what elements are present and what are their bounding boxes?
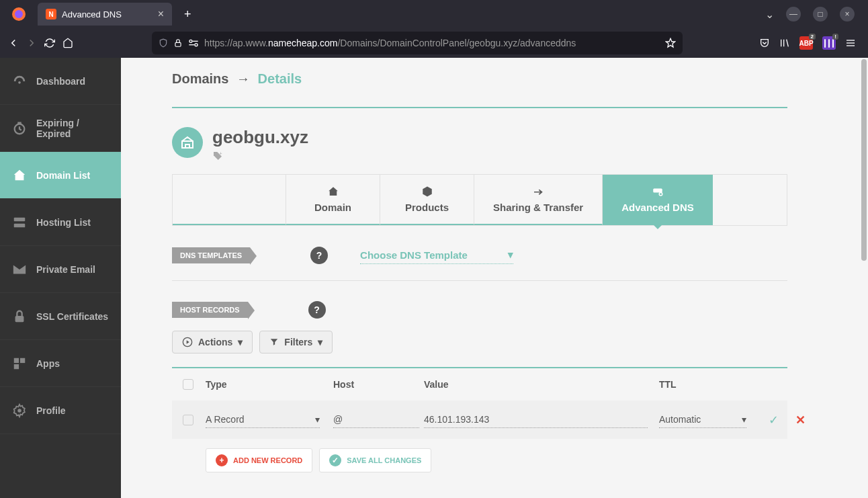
add-tag-icon[interactable]: + [212,151,308,163]
toolbar: Actions ▾ Filters ▾ [172,331,787,354]
content: Domains → Details geobgu.xyz + [121,58,868,498]
svg-text:+: + [220,151,222,156]
sidebar-item-apps[interactable]: Apps [0,340,121,387]
svg-point-13 [18,81,21,84]
tab-products[interactable]: Products [380,175,474,225]
star-icon[interactable] [665,38,676,48]
new-tab-button[interactable]: + [177,7,198,22]
row-checkbox[interactable] [183,415,193,425]
ttl-select[interactable]: Automatic ▾ [659,411,746,428]
tab-spacer [173,175,286,225]
server-cog-icon [651,185,664,198]
menu-icon[interactable] [845,38,856,48]
filters-button[interactable]: Filters ▾ [259,331,333,354]
caret-down-icon: ▾ [318,337,322,347]
sidebar-item-label: Private Email [36,264,95,275]
svg-point-21 [17,409,21,413]
minimize-button[interactable]: — [786,7,801,22]
delete-icon[interactable]: ✕ [787,413,814,427]
browser-tab[interactable]: N Advanced DNS × [38,3,172,26]
tab-advanced-dns[interactable]: Advanced DNS [602,175,713,225]
sidebar: Dashboard Expiring / Expired Domain List… [0,58,121,498]
divider [172,107,787,108]
record-type-select[interactable]: A Record ▾ [206,411,320,428]
close-window-button[interactable]: × [840,7,855,22]
box-icon [421,185,434,198]
sidebar-item-dashboard[interactable]: Dashboard [0,58,121,105]
tab-domain[interactable]: Domain [286,175,380,225]
sidebar-item-label: Dashboard [36,76,85,87]
filter-icon [269,337,279,347]
tab-label: Domain [314,202,351,213]
adblock-icon[interactable]: ABP2 [799,36,813,50]
apps-icon [12,356,27,371]
url-bar[interactable]: https://ap.www.namecheap.com/Domains/Dom… [152,32,683,54]
back-button[interactable] [5,32,21,54]
home-button[interactable] [60,32,75,54]
chevron-down-icon[interactable]: ⌄ [765,8,774,21]
select-all-checkbox[interactable] [183,379,193,390]
sidebar-item-hosting[interactable]: Hosting List [0,199,121,246]
host-records-section: HOST RECORDS ? Actions ▾ Filters ▾ [172,301,787,472]
main: Dashboard Expiring / Expired Domain List… [0,58,868,498]
value-input[interactable] [424,411,648,428]
sidebar-item-label: Apps [36,358,60,369]
pocket-icon[interactable] [759,38,770,48]
help-icon[interactable]: ? [310,247,328,264]
tab-title: Advanced DNS [62,9,122,19]
gear-icon [12,403,27,418]
col-type: Type [206,379,333,390]
window-controls: ⌄ — □ × [765,7,863,22]
actions-button[interactable]: Actions ▾ [172,331,253,354]
breadcrumb: Domains → Details [172,71,787,87]
firefox-logo-icon [11,6,27,22]
sidebar-item-profile[interactable]: Profile [0,387,121,434]
domain-name: geobgu.xyz [212,127,308,148]
caret-down-icon: ▾ [315,414,320,425]
svg-point-1 [15,10,23,18]
maximize-button[interactable]: □ [813,7,828,22]
breadcrumb-root[interactable]: Domains [172,71,228,86]
host-input[interactable] [333,411,419,428]
gauge-icon [12,74,27,89]
sidebar-item-label: Domain List [36,170,90,181]
col-ttl: TTL [659,379,760,390]
clock-icon [12,121,27,136]
tab-sharing[interactable]: Sharing & Transfer [474,175,602,225]
table-header: Type Host Value TTL [172,368,787,401]
scrollbar[interactable] [860,58,868,498]
svg-rect-17 [15,316,24,322]
domain-avatar-icon [172,127,203,158]
extension-icon[interactable]: ┃┃┃! [822,36,836,50]
transfer-icon [531,185,545,198]
home-icon [12,168,27,183]
dns-table: Type Host Value TTL A Record ▾ [172,367,787,439]
url-text: https://ap.www.namecheap.com/Domains/Dom… [204,38,660,48]
col-value: Value [424,379,659,390]
sidebar-item-email[interactable]: Private Email [0,246,121,293]
library-icon[interactable] [779,38,790,48]
browser-chrome: N Advanced DNS × + ⌄ — □ × htt [0,0,868,58]
play-icon [182,337,193,347]
save-all-button[interactable]: ✓ SAVE ALL CHANGES [319,448,431,472]
sidebar-item-expiring[interactable]: Expiring / Expired [0,105,121,152]
nav-bar: https://ap.www.namecheap.com/Domains/Dom… [0,28,868,58]
forward-button[interactable] [24,32,39,54]
server-icon [12,215,27,230]
tab-bar: N Advanced DNS × + ⌄ — □ × [0,0,868,28]
help-icon[interactable]: ? [308,301,326,319]
sidebar-item-label: Expiring / Expired [36,118,109,139]
reload-button[interactable] [42,32,57,54]
tab-close-icon[interactable]: × [158,8,164,20]
dns-template-select[interactable]: Choose DNS Template ▾ [360,246,513,264]
home-icon [327,185,340,198]
svg-rect-18 [14,358,19,362]
confirm-icon[interactable]: ✓ [760,413,787,427]
svg-rect-23 [653,189,662,193]
domain-header: geobgu.xyz + [172,127,787,163]
sidebar-item-domain-list[interactable]: Domain List [0,152,121,199]
add-record-button[interactable]: + ADD NEW RECORD [206,448,312,472]
caret-down-icon: ▾ [742,414,746,425]
sidebar-item-ssl[interactable]: SSL Certificates [0,293,121,340]
bottom-actions: + ADD NEW RECORD ✓ SAVE ALL CHANGES [172,448,787,472]
